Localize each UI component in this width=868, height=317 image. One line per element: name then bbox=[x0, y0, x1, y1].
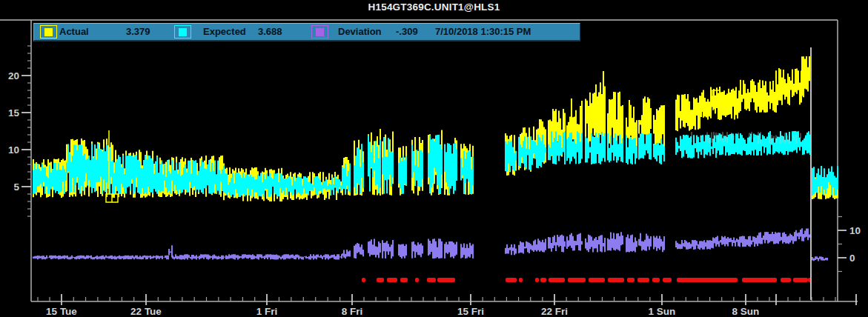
svg-text:8 Fri: 8 Fri bbox=[342, 306, 363, 317]
trend-plot[interactable]: 510152001015 Tue22 Tue1 Fri8 Fri15 Fri22… bbox=[0, 0, 868, 317]
svg-text:1 Fri: 1 Fri bbox=[256, 306, 278, 317]
left-axis-ticks: 5101520 bbox=[8, 46, 31, 216]
svg-text:5: 5 bbox=[13, 181, 19, 193]
svg-text:15 Tue: 15 Tue bbox=[46, 306, 77, 317]
svg-text:22 Tue: 22 Tue bbox=[130, 306, 162, 317]
x-axis-ticks: 15 Tue22 Tue1 Fri8 Fri15 Fri22 Fri1 Sun8… bbox=[38, 294, 856, 317]
svg-text:15: 15 bbox=[8, 107, 20, 119]
svg-text:1 Sun: 1 Sun bbox=[649, 306, 676, 317]
svg-text:22 Fri: 22 Fri bbox=[541, 306, 568, 317]
svg-text:8 Sun: 8 Sun bbox=[732, 306, 760, 317]
svg-text:10: 10 bbox=[849, 225, 861, 236]
svg-text:0: 0 bbox=[849, 253, 855, 264]
trend-display-window: H154GT369C.UNIT1@HLS1 Actual 3.379 Expec… bbox=[0, 0, 868, 317]
svg-text:10: 10 bbox=[8, 144, 19, 156]
svg-text:20: 20 bbox=[8, 70, 19, 81]
svg-text:15 Fri: 15 Fri bbox=[457, 306, 484, 317]
right-axis-ticks: 010 bbox=[838, 217, 861, 272]
alarm-markers bbox=[362, 278, 811, 282]
series-deviation bbox=[33, 228, 827, 261]
